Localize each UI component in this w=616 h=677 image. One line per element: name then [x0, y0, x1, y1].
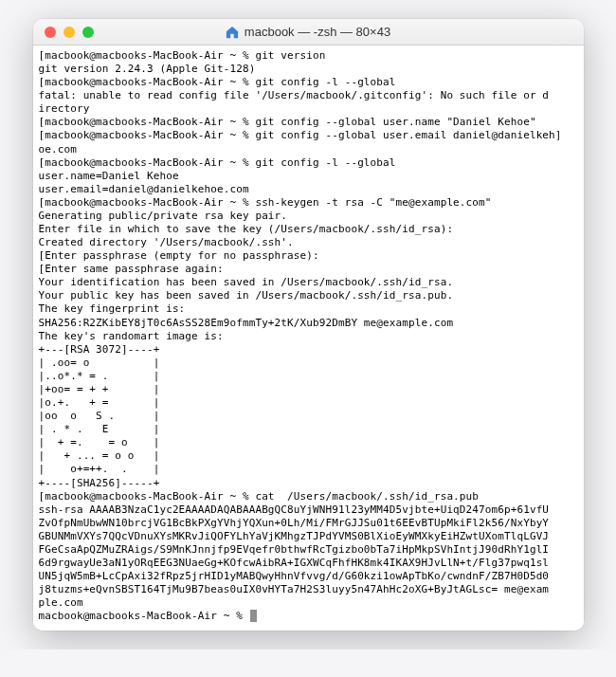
- window-controls: [33, 27, 94, 38]
- window-title-wrap: macbook — -zsh — 80×43: [33, 25, 584, 39]
- close-button[interactable]: [45, 27, 56, 38]
- cursor: [250, 610, 257, 622]
- home-icon: [226, 26, 239, 39]
- titlebar[interactable]: macbook — -zsh — 80×43: [33, 19, 584, 46]
- terminal-window: macbook — -zsh — 80×43 [macbook@macbooks…: [33, 19, 584, 631]
- terminal-content[interactable]: [macbook@macbooks-MacBook-Air ~ % git ve…: [33, 46, 584, 631]
- minimize-button[interactable]: [63, 27, 75, 38]
- window-title: macbook — -zsh — 80×43: [245, 25, 390, 39]
- zoom-button[interactable]: [82, 27, 94, 38]
- prompt: macbook@macbooks-MacBook-Air ~ %: [39, 610, 249, 622]
